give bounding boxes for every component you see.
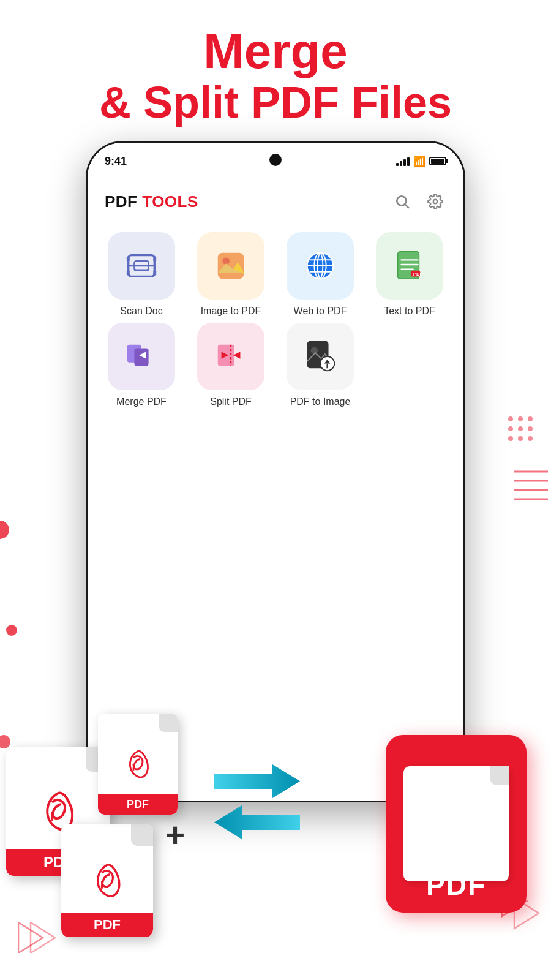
split-pdf-label: Split PDF <box>210 396 252 407</box>
merge-pdf-icon-bg <box>108 323 175 390</box>
app-title: PDF TOOLS <box>105 192 198 211</box>
tool-split-pdf[interactable]: Split PDF <box>189 323 272 407</box>
status-icons: 📶 <box>396 156 446 167</box>
header-icons <box>391 190 446 213</box>
scan-doc-label: Scan Doc <box>120 306 162 317</box>
wifi-icon: 📶 <box>413 156 425 167</box>
phone-mockup: 9:41 📶 PDF TOOLS <box>86 141 465 802</box>
svg-rect-17 <box>127 271 130 276</box>
status-bar: 9:41 📶 <box>88 143 463 179</box>
svg-marker-6 <box>514 898 539 929</box>
svg-rect-16 <box>153 257 156 262</box>
image-to-pdf-label: Image to PDF <box>201 306 261 317</box>
scan-doc-icon-bg <box>108 232 175 300</box>
svg-rect-18 <box>153 271 156 276</box>
battery-icon <box>429 157 446 165</box>
text-to-pdf-icon-bg: PDF <box>376 232 443 300</box>
text-to-pdf-label: Text to PDF <box>384 306 435 317</box>
svg-point-9 <box>397 196 406 205</box>
search-icon[interactable] <box>391 190 413 213</box>
tools-grid: Scan Doc Image to PDF <box>88 220 463 420</box>
web-to-pdf-icon-bg <box>287 232 354 300</box>
deco-circle-1 <box>0 521 9 539</box>
deco-lines-right <box>514 466 551 541</box>
web-to-pdf-label: Web to PDF <box>294 306 347 317</box>
svg-marker-49 <box>214 805 300 839</box>
tool-image-to-pdf[interactable]: Image to PDF <box>189 232 272 317</box>
svg-rect-19 <box>218 253 244 279</box>
deco-circle-3 <box>0 735 10 748</box>
hero-line1: Merge <box>0 24 551 78</box>
pdf-to-image-icon-bg <box>287 323 354 390</box>
hero-line2: & Split PDF Files <box>0 78 551 127</box>
tool-merge-pdf[interactable]: Merge PDF <box>100 323 183 407</box>
svg-rect-37 <box>134 348 148 366</box>
svg-rect-15 <box>127 257 130 262</box>
pdf-to-image-label: PDF to Image <box>290 396 351 407</box>
app-header: PDF TOOLS <box>88 179 463 220</box>
signal-icon <box>396 156 410 166</box>
image-to-pdf-icon-bg <box>197 232 264 300</box>
camera-dot <box>269 154 282 166</box>
deco-circle-2 <box>6 625 17 636</box>
app-title-pdf: PDF <box>105 192 138 211</box>
merge-pdf-label: Merge PDF <box>116 396 167 407</box>
deco-triangles-left <box>18 922 67 956</box>
settings-icon[interactable] <box>424 190 446 213</box>
app-title-tools: TOOLS <box>142 192 198 211</box>
tool-pdf-to-image[interactable]: PDF to Image <box>279 323 362 407</box>
app-content: PDF TOOLS <box>88 179 463 801</box>
deco-dots <box>508 417 533 446</box>
pdf-file-2: PDF <box>61 824 153 937</box>
tool-text-to-pdf[interactable]: PDF Text to PDF <box>368 232 451 317</box>
tool-scan-doc[interactable]: Scan Doc <box>100 232 183 317</box>
hero-section: Merge & Split PDF Files <box>0 0 551 127</box>
svg-text:PDF: PDF <box>413 271 423 277</box>
svg-line-10 <box>405 205 409 208</box>
tool-web-to-pdf[interactable]: Web to PDF <box>279 232 362 317</box>
svg-point-11 <box>433 200 438 204</box>
plus-icon: + <box>165 815 185 854</box>
split-pdf-icon-bg <box>197 323 264 390</box>
status-time: 9:41 <box>105 155 127 168</box>
svg-point-44 <box>311 347 318 355</box>
deco-triangles-right <box>478 867 539 943</box>
